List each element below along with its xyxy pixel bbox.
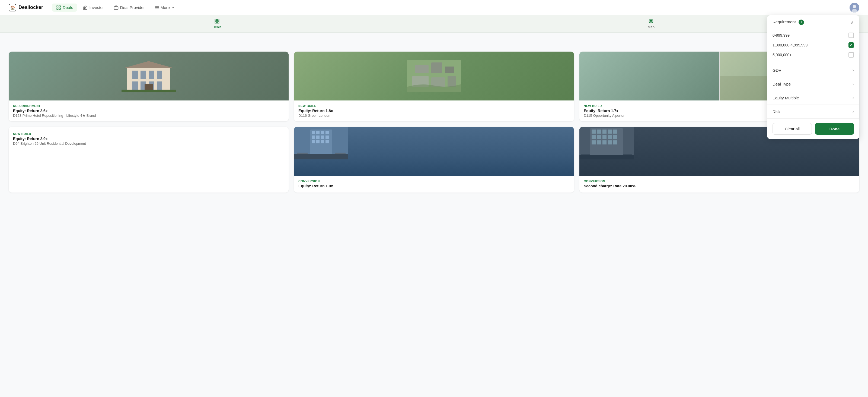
svg-rect-4 bbox=[114, 6, 118, 9]
svg-rect-61 bbox=[613, 130, 617, 134]
done-button[interactable]: Done bbox=[815, 123, 854, 135]
filter-panel: Requirement 1 ∧ 0-999,999 1,000,000-4,99… bbox=[767, 15, 859, 139]
svg-rect-63 bbox=[597, 135, 601, 139]
svg-rect-74 bbox=[623, 154, 632, 155]
filter-option-5m[interactable]: 5,000,000+ bbox=[773, 50, 854, 60]
svg-rect-51 bbox=[326, 140, 329, 143]
svg-rect-32 bbox=[415, 65, 429, 73]
filter-section-requirement-header[interactable]: Requirement 1 ∧ bbox=[767, 15, 859, 29]
deal-card[interactable]: NEW BUILD Equity: Return 2.9x D94 Bright… bbox=[9, 127, 289, 193]
svg-rect-45 bbox=[316, 136, 319, 139]
svg-rect-12 bbox=[217, 19, 219, 21]
deal-type: NEW BUILD bbox=[13, 132, 284, 136]
filter-option-1m-4m[interactable]: 1,000,000-4,999,999 bbox=[773, 40, 854, 50]
deal-equity: Equity: Return 2.6x bbox=[13, 109, 284, 113]
deal-card[interactable]: REFURBISHMENT Equity: Return 2.6x D123 P… bbox=[9, 52, 289, 121]
deal-equity: Equity: Return 1.8x bbox=[299, 109, 569, 113]
filter-section-deal-type-header[interactable]: Deal Type › bbox=[767, 77, 859, 91]
requirement-label: Requirement 1 bbox=[773, 20, 804, 25]
requirement-options: 0-999,999 1,000,000-4,999,999 5,000,000+ bbox=[767, 29, 859, 63]
checkbox-5m[interactable] bbox=[848, 52, 854, 58]
deal-card-body: REFURBISHMENT Equity: Return 2.6x D123 P… bbox=[9, 101, 289, 121]
svg-rect-33 bbox=[431, 62, 442, 73]
deal-name: D116 Green London bbox=[299, 114, 569, 118]
svg-rect-73 bbox=[581, 154, 590, 155]
filter-bar: Filter 1 bbox=[0, 33, 868, 46]
deal-card[interactable]: CONVERSION Equity: Return 1.9x bbox=[294, 127, 574, 193]
svg-marker-29 bbox=[124, 61, 173, 68]
svg-rect-46 bbox=[321, 136, 324, 139]
deal-type-label: Deal Type bbox=[773, 82, 791, 86]
filter-footer: Clear all Done bbox=[767, 119, 859, 139]
deal-card-image bbox=[294, 52, 574, 101]
deal-type: REFURBISHMENT bbox=[13, 104, 284, 108]
deal-name: D123 Prime Hotel Repositioning - Lifesty… bbox=[13, 114, 284, 118]
deal-card-body: NEW BUILD Equity: Return 1.8x D116 Green… bbox=[294, 101, 574, 121]
svg-rect-3 bbox=[59, 8, 61, 9]
clear-all-button[interactable]: Clear all bbox=[773, 123, 812, 135]
svg-rect-48 bbox=[312, 140, 315, 143]
avatar[interactable] bbox=[849, 3, 859, 12]
subnav: Deals Map bbox=[0, 15, 868, 33]
checkbox-0-999[interactable] bbox=[848, 33, 854, 38]
nav-deals[interactable]: Deals bbox=[52, 3, 77, 12]
nav-links: Deals Investor Deal Provider More bbox=[52, 3, 847, 12]
deal-type: CONVERSION bbox=[584, 179, 855, 183]
svg-rect-72 bbox=[579, 155, 633, 160]
svg-rect-2 bbox=[57, 8, 58, 9]
svg-rect-52 bbox=[294, 154, 348, 160]
filter-section-equity-multiple: Equity Multiple › bbox=[767, 91, 859, 105]
svg-rect-70 bbox=[608, 140, 612, 144]
svg-rect-23 bbox=[157, 70, 162, 79]
svg-rect-0 bbox=[57, 6, 58, 7]
deal-card-image bbox=[294, 127, 574, 176]
brand-logo[interactable]: 🏠 Deallocker bbox=[9, 4, 43, 11]
nav-more[interactable]: More bbox=[150, 3, 179, 12]
deal-card[interactable]: NEW BUILD Equity: Return 1.8x D116 Green… bbox=[294, 52, 574, 121]
svg-rect-62 bbox=[592, 135, 596, 139]
svg-rect-20 bbox=[132, 70, 138, 79]
subnav-deals[interactable]: Deals bbox=[0, 15, 434, 32]
chevron-right-icon: › bbox=[852, 82, 854, 86]
briefcase-icon bbox=[114, 5, 119, 10]
svg-rect-37 bbox=[447, 76, 456, 87]
avatar-icon bbox=[849, 3, 859, 12]
svg-rect-42 bbox=[321, 131, 324, 134]
svg-rect-57 bbox=[592, 130, 596, 134]
chevron-up-icon: ∧ bbox=[850, 20, 854, 25]
logo-icon: 🏠 bbox=[9, 4, 16, 11]
filter-section-equity-multiple-header[interactable]: Equity Multiple › bbox=[767, 91, 859, 105]
grid-icon bbox=[56, 5, 61, 10]
checkbox-1m-4m[interactable] bbox=[848, 42, 854, 48]
svg-rect-49 bbox=[316, 140, 319, 143]
svg-rect-67 bbox=[592, 140, 596, 144]
svg-rect-22 bbox=[149, 70, 154, 79]
deal-equity: Second charge: Rate 20.00% bbox=[584, 184, 855, 188]
subnav-globe-icon bbox=[648, 19, 654, 24]
filter-section-risk-header[interactable]: Risk › bbox=[767, 105, 859, 118]
office-dark-image-icon bbox=[579, 127, 633, 160]
svg-rect-43 bbox=[326, 131, 329, 134]
risk-label: Risk bbox=[773, 109, 780, 114]
svg-rect-13 bbox=[215, 22, 216, 23]
svg-rect-58 bbox=[597, 130, 601, 134]
nav-investor[interactable]: Investor bbox=[79, 3, 108, 12]
brand-name: Deallocker bbox=[19, 5, 43, 10]
deal-card-body: NEW BUILD Equity: Return 2.9x D94 Bright… bbox=[9, 127, 289, 151]
deal-type: CONVERSION bbox=[299, 179, 569, 183]
deal-name: D94 Brighton 25 Unit Residential Develop… bbox=[13, 141, 284, 146]
svg-rect-40 bbox=[312, 131, 315, 134]
svg-rect-24 bbox=[132, 82, 138, 90]
svg-rect-50 bbox=[321, 140, 324, 143]
deal-card-body: CONVERSION Second charge: Rate 20.00% bbox=[579, 176, 859, 193]
svg-rect-44 bbox=[312, 136, 315, 139]
svg-rect-30 bbox=[122, 90, 176, 92]
nav-deal-provider[interactable]: Deal Provider bbox=[109, 3, 149, 12]
chevron-right-icon: › bbox=[852, 95, 854, 100]
filter-section-gdv-header[interactable]: GDV › bbox=[767, 63, 859, 77]
deal-type: NEW BUILD bbox=[299, 104, 569, 108]
svg-rect-11 bbox=[215, 19, 216, 21]
svg-rect-1 bbox=[59, 6, 61, 7]
filter-option-0-999[interactable]: 0-999,999 bbox=[773, 30, 854, 40]
svg-rect-65 bbox=[608, 135, 612, 139]
